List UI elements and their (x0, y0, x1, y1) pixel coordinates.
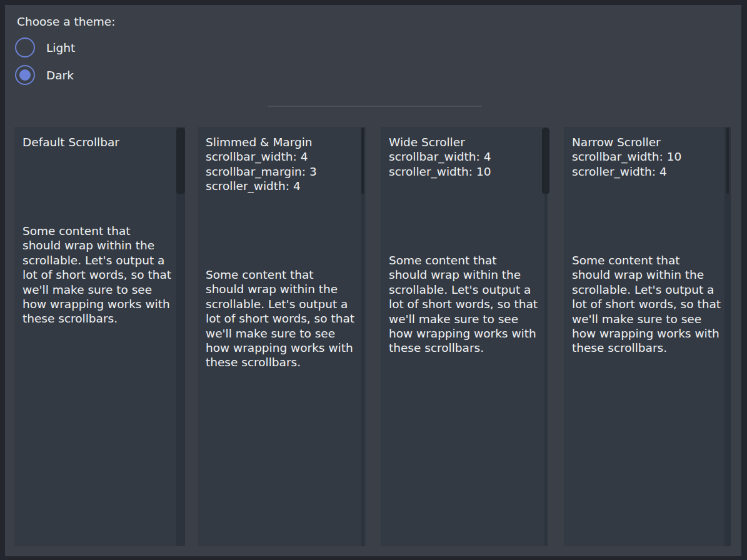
app-window: Choose a theme: Light Dark Default Scrol… (0, 0, 747, 560)
horizontal-divider (268, 106, 482, 107)
panel-header: Default Scrollbar (23, 135, 173, 149)
panel-content-text: Some content that should wrap within the… (389, 253, 538, 356)
panel-param: scrollbar_width: 4 (206, 149, 353, 164)
panel-header: Wide Scroller scrollbar_width: 4 scrolle… (389, 135, 536, 179)
radio-button-dark-icon[interactable] (15, 65, 35, 85)
scrollable-panel-narrow[interactable]: Narrow Scroller scrollbar_width: 10 scro… (564, 127, 731, 546)
panel-param: scrollbar_width: 4 (389, 149, 536, 164)
panel-title: Default Scrollbar (23, 135, 173, 149)
panel-title: Narrow Scroller (572, 135, 718, 149)
scrollable-panel-default[interactable]: Default Scrollbar Some content that shou… (14, 127, 185, 546)
radio-dot-icon (19, 69, 31, 81)
panel-content-text: Some content that should wrap within the… (23, 224, 171, 326)
vertical-scrollbar-thumb[interactable] (176, 128, 185, 194)
radio-option-dark[interactable]: Dark (15, 65, 74, 85)
panel-param: scrollbar_margin: 3 (206, 164, 353, 179)
radio-label-dark: Dark (46, 69, 74, 82)
panel-param: scrollbar_width: 10 (572, 149, 718, 164)
panel-content-text: Some content that should wrap within the… (572, 253, 721, 356)
panel-title: Wide Scroller (389, 135, 536, 149)
panel-param: scroller_width: 10 (389, 164, 536, 179)
scrollable-panel-wide[interactable]: Wide Scroller scrollbar_width: 4 scrolle… (381, 127, 548, 546)
vertical-scrollbar-thumb[interactable] (726, 128, 729, 194)
panel-content-text: Some content that should wrap within the… (206, 268, 354, 370)
radio-button-light-icon[interactable] (15, 38, 35, 58)
panel-header: Slimmed & Margin scrollbar_width: 4 scro… (206, 135, 353, 194)
panel-header: Narrow Scroller scrollbar_width: 10 scro… (572, 135, 718, 179)
vertical-scrollbar-thumb[interactable] (542, 128, 549, 194)
radio-option-light[interactable]: Light (15, 38, 75, 58)
panel-title: Slimmed & Margin (206, 135, 353, 149)
theme-chooser-label: Choose a theme: (17, 14, 115, 29)
scrollable-panel-slimmed[interactable]: Slimmed & Margin scrollbar_width: 4 scro… (198, 127, 366, 546)
vertical-scrollbar-thumb[interactable] (361, 128, 364, 194)
panel-param: scroller_width: 4 (206, 179, 353, 193)
panel-param: scroller_width: 4 (572, 164, 718, 179)
radio-label-light: Light (46, 41, 75, 54)
